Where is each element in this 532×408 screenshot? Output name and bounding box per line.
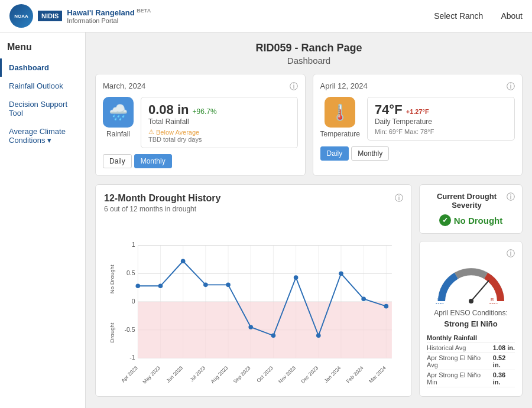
rainfall-data-box: 0.08 in +96.7% Total Rainfall ⚠ Below Av… <box>141 97 298 148</box>
enso-nina-min-label: Apr Strong El Niño Min <box>427 371 493 386</box>
drought-severity-info-icon[interactable]: ⓘ <box>507 192 515 203</box>
svg-point-31 <box>271 333 276 338</box>
select-ranch-link[interactable]: Select Ranch <box>434 11 483 21</box>
svg-point-25 <box>135 283 140 288</box>
svg-text:Aug 2023: Aug 2023 <box>209 365 229 384</box>
rainfall-total-label: Total Rainfall <box>148 117 290 126</box>
drought-chart-svg: 1 0.5 0 -0.5 -1 No Drought Drought <box>104 219 403 384</box>
svg-text:Drought: Drought <box>109 322 115 342</box>
drought-chart-info-icon[interactable]: ⓘ <box>395 193 403 204</box>
portal-title-block: Hawai'i Rangeland BETA Information Porta… <box>67 8 151 24</box>
svg-point-50 <box>469 299 473 303</box>
svg-text:Niño: Niño <box>489 302 498 304</box>
svg-text:May 2023: May 2023 <box>141 365 161 384</box>
rainfall-monthly-btn[interactable]: Monthly <box>134 154 172 168</box>
enso-nina-min-value: 0.36 in. <box>493 371 515 386</box>
rainfall-daily-btn[interactable]: Daily <box>103 154 132 168</box>
svg-text:El: El <box>491 298 495 302</box>
temp-monthly-btn[interactable]: Monthly <box>351 146 389 161</box>
rainfall-note: TBD total dry days <box>148 136 290 143</box>
check-icon: ✓ <box>439 214 451 226</box>
rainfall-date: March, 2024 <box>103 81 145 90</box>
rainfall-card: March, 2024 ⓘ 🌧️ Rainfall 0.08 in +96.7%… <box>95 74 306 176</box>
svg-text:No Drought: No Drought <box>109 265 115 293</box>
temp-delta: +1.27°F <box>406 108 429 115</box>
portal-title: Hawai'i Rangeland BETA <box>67 8 151 17</box>
sidebar-item-avg-climate[interactable]: Average Climate Conditions ▾ <box>0 122 85 149</box>
svg-text:Apr 2023: Apr 2023 <box>120 365 139 384</box>
svg-point-28 <box>203 283 208 288</box>
temp-range: Min: 69°F Max: 78°F <box>375 128 507 135</box>
temperature-card: April 12, 2024 ⓘ 🌡️ Temperature 74°F +1.… <box>313 74 523 176</box>
sidebar-item-dashboard[interactable]: Dashboard <box>0 58 85 77</box>
header: NOAA NIDIS Hawai'i Rangeland BETA Inform… <box>0 0 532 32</box>
temp-card-header: April 12, 2024 ⓘ <box>320 81 515 92</box>
svg-point-32 <box>294 275 299 280</box>
svg-point-36 <box>384 304 389 309</box>
temp-card-inner: 🌡️ Temperature 74°F +1.27°F Daily Temper… <box>320 97 515 141</box>
rainfall-card-header: March, 2024 ⓘ <box>103 81 298 92</box>
page-title: RID059 - Ranch Page <box>95 42 523 54</box>
rainfall-pct: +96.7% <box>193 107 217 116</box>
no-drought-badge: ✓ No Drought <box>427 214 515 226</box>
enso-card-header: ⓘ <box>427 249 515 259</box>
drought-chart-subtitle: 6 out of 12 months in drought <box>104 205 220 213</box>
app-layout: Menu Dashboard Rainfall Outlook Decision… <box>0 32 532 408</box>
sidebar-title: Menu <box>0 40 85 58</box>
drought-chart-title: 12-Month Drought History <box>104 193 220 204</box>
temp-daily-label: Daily Temperature <box>375 117 507 126</box>
noaa-logo: NOAA <box>9 4 33 28</box>
rainfall-info-icon[interactable]: ⓘ <box>290 81 298 92</box>
svg-text:-0.5: -0.5 <box>124 326 135 333</box>
header-nav: Select Ranch About <box>434 11 523 21</box>
svg-text:-1: -1 <box>129 354 135 361</box>
svg-text:Jul 2023: Jul 2023 <box>189 365 206 383</box>
svg-rect-17 <box>138 302 392 358</box>
enso-nina-avg-value: 0.52 in. <box>493 354 515 368</box>
svg-point-26 <box>158 283 163 288</box>
enso-section-header: Monthly Rainfall <box>427 333 515 343</box>
rainfall-icon: 🌧️ <box>103 97 134 128</box>
drought-severity-card: Current Drought Severity ⓘ ✓ No Drought <box>419 184 523 234</box>
bottom-row: 12-Month Drought History 6 out of 12 mon… <box>95 184 523 397</box>
svg-text:La: La <box>437 298 442 302</box>
enso-hist-avg-value: 1.08 in. <box>493 344 515 351</box>
svg-text:Sep 2023: Sep 2023 <box>232 365 252 384</box>
drought-severity-title: Current Drought Severity <box>427 192 507 210</box>
temp-icon-area: 🌡️ Temperature <box>320 97 360 138</box>
enso-nina-avg-label: Apr Strong El Niño Avg <box>427 354 493 368</box>
svg-text:Feb 2024: Feb 2024 <box>345 365 365 384</box>
enso-row-2: Apr Strong El Niño Min 0.36 in. <box>427 370 515 387</box>
portal-subtitle: Information Portal <box>67 17 151 24</box>
about-link[interactable]: About <box>501 11 523 21</box>
no-drought-label: No Drought <box>454 216 502 226</box>
enso-card: ⓘ <box>419 241 523 397</box>
svg-point-33 <box>316 333 321 338</box>
svg-text:Nov 2023: Nov 2023 <box>277 365 297 384</box>
svg-point-30 <box>248 325 253 329</box>
svg-text:Mar 2024: Mar 2024 <box>368 365 387 384</box>
rainfall-status: ⚠ Below Average <box>148 128 290 136</box>
svg-text:Jun 2023: Jun 2023 <box>165 365 184 384</box>
rainfall-btn-group: Daily Monthly <box>103 154 298 168</box>
enso-gauge-svg: La Niña El Niño <box>433 263 510 304</box>
rainfall-value: 0.08 in +96.7% <box>148 102 290 117</box>
temp-info-icon[interactable]: ⓘ <box>507 81 515 92</box>
sidebar: Menu Dashboard Rainfall Outlook Decision… <box>0 32 86 408</box>
enso-row-0: Historical Avg 1.08 in. <box>427 343 515 353</box>
svg-text:Dec 2023: Dec 2023 <box>300 365 319 384</box>
enso-conditions-label: April ENSO Conditions: <box>427 309 515 317</box>
svg-text:Oct 2023: Oct 2023 <box>255 365 274 384</box>
temp-daily-btn[interactable]: Daily <box>320 146 349 161</box>
temp-value: 74°F +1.27°F <box>375 102 507 117</box>
enso-hist-avg-label: Historical Avg <box>427 344 466 351</box>
sidebar-item-rainfall-outlook[interactable]: Rainfall Outlook <box>0 77 85 95</box>
monthly-rainfall-label: Monthly Rainfall <box>427 334 477 341</box>
rainfall-icon-area: 🌧️ Rainfall <box>103 97 134 138</box>
beta-badge: BETA <box>137 8 151 14</box>
svg-line-49 <box>471 280 489 301</box>
sidebar-item-decision-support[interactable]: Decision Support Tool <box>0 95 85 122</box>
enso-conditions-value: Strong El Niño <box>427 319 515 328</box>
rainfall-label: Rainfall <box>106 130 130 138</box>
enso-info-icon[interactable]: ⓘ <box>507 249 515 259</box>
